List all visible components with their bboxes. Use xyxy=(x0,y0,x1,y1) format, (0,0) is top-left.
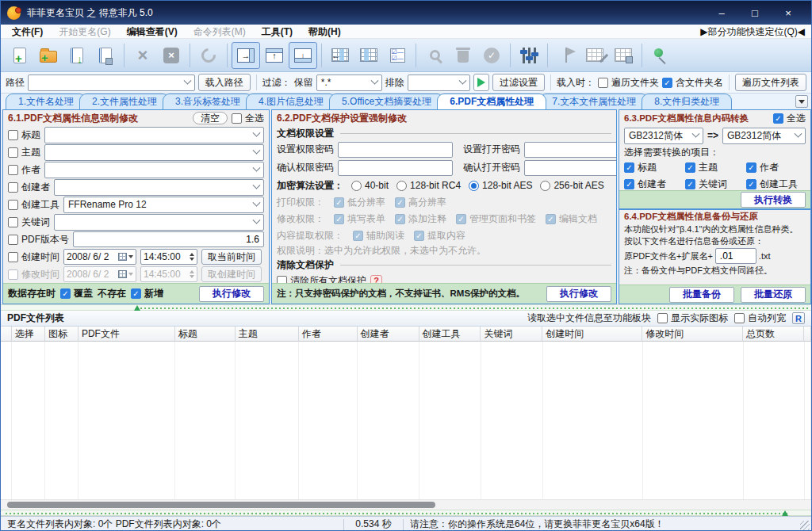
create-date-picker[interactable]: 2008/ 6/ 2 xyxy=(63,249,136,265)
toolbar-top-panel-toggle[interactable]: ↑ xyxy=(260,42,289,69)
toolbar-close-list-button[interactable]: × xyxy=(157,42,186,69)
producer-field-checkbox[interactable]: 创建工具 xyxy=(8,198,59,212)
show-real-icons-checkbox[interactable]: 显示实际图标 xyxy=(657,311,728,325)
toolbar-apply-button[interactable]: ✓ xyxy=(477,42,506,69)
creator-field-combobox[interactable] xyxy=(54,179,264,196)
clear-fields-button[interactable]: 清空 xyxy=(193,112,228,124)
select-all-checkbox-61[interactable]: 全选 xyxy=(232,112,264,125)
to-encoding-combobox[interactable]: GB2312简体 xyxy=(722,128,806,144)
producer-field-combobox[interactable]: FFRename Pro 12 xyxy=(63,197,264,213)
title-field-checkbox[interactable]: 标题 xyxy=(8,128,40,142)
batch-restore-button[interactable]: 批量还原 xyxy=(741,287,806,303)
path-combobox[interactable] xyxy=(28,74,195,91)
column-header-modify-time[interactable]: 修改时间 xyxy=(642,327,743,342)
toolbar-check-list-button[interactable] xyxy=(383,42,412,69)
toolbar-shift-column-left-button[interactable]: ← xyxy=(326,42,354,69)
toolbar-new-file-button[interactable]: + xyxy=(6,42,34,69)
subject-field-checkbox[interactable]: 主题 xyxy=(8,146,40,159)
include-folder-name-checkbox[interactable]: 含文件夹名 xyxy=(662,76,723,90)
column-header-total-pages[interactable]: 总页数 xyxy=(743,327,804,342)
column-header-creator[interactable]: 创建者 xyxy=(358,327,419,342)
toolbar-column-layout-button[interactable] xyxy=(354,42,383,69)
tab-file-classify[interactable]: 8.文件归类处理 xyxy=(642,94,732,109)
toolbar-delete-button[interactable]: × xyxy=(128,42,157,69)
confirm-perm-password-input[interactable] xyxy=(338,160,453,176)
column-header-icon[interactable]: 图标 xyxy=(45,327,79,342)
tab-file-attrs[interactable]: 2.文件属性处理 xyxy=(79,94,170,109)
pdf-version-checkbox[interactable]: PDF版本号 xyxy=(8,233,69,246)
column-header-producer[interactable]: 创建工具 xyxy=(419,327,481,342)
column-header-select[interactable]: 选择 xyxy=(12,327,45,342)
toolbar-bottom-panel-toggle[interactable]: ↓ xyxy=(289,42,317,69)
toolbar-right-panel-toggle[interactable]: → xyxy=(232,42,260,69)
author-field-checkbox[interactable]: 作者 xyxy=(8,163,40,177)
column-header-keywords[interactable]: 关键词 xyxy=(481,327,542,342)
close-button[interactable]: × xyxy=(772,2,805,24)
title-field-combobox[interactable] xyxy=(44,127,264,143)
load-path-button[interactable]: 载入路径 xyxy=(198,74,251,91)
minimize-button[interactable]: – xyxy=(705,2,738,24)
confirm-open-password-input[interactable] xyxy=(524,160,617,176)
horizontal-scrollbar[interactable] xyxy=(1,499,811,510)
batch-backup-button[interactable]: 批量备份 xyxy=(669,287,734,303)
radio-128bit-aes[interactable]: 128-bit AES xyxy=(469,180,532,191)
execute-modify-button-62[interactable]: 执行修改 xyxy=(546,286,611,302)
scrollbar-thumb[interactable] xyxy=(7,502,435,508)
exclude-combobox[interactable] xyxy=(408,74,470,91)
subject-field-combobox[interactable] xyxy=(44,144,264,161)
creator-field-checkbox[interactable]: 创建者 xyxy=(8,181,50,194)
toolbar-clean-button[interactable] xyxy=(449,42,477,69)
backup-suffix-input[interactable] xyxy=(715,248,756,264)
quick-locate-link[interactable]: ▶部分功能快速定位(Q)◀ xyxy=(700,25,805,39)
column-header-create-time[interactable]: 创建时间 xyxy=(542,327,642,342)
convert-title-checkbox[interactable]: 标题 xyxy=(624,161,681,174)
toolbar-save-list-button[interactable] xyxy=(91,42,120,69)
resize-grip[interactable] xyxy=(800,521,810,530)
toolbar-edit-table-button[interactable] xyxy=(580,42,609,69)
keywords-field-checkbox[interactable]: 关键词 xyxy=(8,216,50,229)
create-time-checkbox[interactable]: 创建时间 xyxy=(8,250,59,264)
select-all-checkbox-63[interactable]: 全选 xyxy=(773,112,806,125)
toolbar-add-folder-button[interactable]: + xyxy=(34,42,63,69)
column-header-author[interactable]: 作者 xyxy=(299,327,358,342)
radio-256bit-aes[interactable]: 256-bit AES xyxy=(540,180,603,191)
read-info-label[interactable]: 读取选中文件信息至功能板块 xyxy=(527,311,651,325)
menu-tools[interactable]: 工具(T) xyxy=(254,25,301,39)
tab-music-tags[interactable]: 3.音乐标签处理 xyxy=(163,94,253,109)
convert-creator-checkbox[interactable]: 创建者 xyxy=(624,178,681,191)
apply-filter-button[interactable] xyxy=(473,74,489,91)
pdf-version-input[interactable] xyxy=(73,231,264,247)
keywords-field-combobox[interactable] xyxy=(54,214,264,231)
file-table-body[interactable] xyxy=(1,342,811,499)
execute-modify-button-61[interactable]: 执行修改 xyxy=(199,286,264,302)
menu-edit-view[interactable]: 编辑查看(V) xyxy=(119,25,186,39)
tab-office-summary[interactable]: 5.Office文档摘要处理 xyxy=(329,94,444,109)
execute-convert-button[interactable]: 执行转换 xyxy=(741,192,806,208)
column-header-title[interactable]: 标题 xyxy=(175,327,236,342)
create-time-spinner[interactable]: 14:45:00 xyxy=(140,249,197,265)
toolbar-flag-button[interactable] xyxy=(552,42,580,69)
set-open-password-input[interactable] xyxy=(524,142,617,158)
radio-40bit[interactable]: 40-bit xyxy=(351,180,389,191)
from-encoding-combobox[interactable]: GB2312简体 xyxy=(624,128,703,144)
toolbar-save-table-button[interactable] xyxy=(609,42,638,69)
column-header-pdf-file[interactable]: PDF文件 xyxy=(79,327,175,342)
convert-author-checkbox[interactable]: 作者 xyxy=(746,161,779,174)
tab-image-info[interactable]: 4.图片信息处理 xyxy=(246,94,336,109)
radio-128bit-rc4[interactable]: 128-bit RC4 xyxy=(396,180,461,191)
maximize-button[interactable]: □ xyxy=(738,2,772,24)
traverse-file-list-button[interactable]: 遍历文件列表 xyxy=(735,74,806,91)
set-perm-password-input[interactable] xyxy=(338,142,453,158)
toolbar-refresh-button[interactable] xyxy=(194,42,223,69)
tab-text-attrs[interactable]: 7.文本文件属性处理 xyxy=(539,94,649,109)
tab-filename[interactable]: 1.文件名处理 xyxy=(6,94,86,109)
menu-help[interactable]: 帮助(H) xyxy=(301,25,349,39)
author-field-combobox[interactable] xyxy=(44,162,264,178)
toolbar-search-button[interactable] xyxy=(420,42,449,69)
filter-settings-button[interactable]: 过滤设置 xyxy=(492,74,545,91)
toolbar-import-list-button[interactable]: ↓ xyxy=(63,42,91,69)
reset-columns-button[interactable]: R xyxy=(792,312,805,324)
overwrite-checkbox[interactable]: 覆盖 xyxy=(60,287,93,300)
menu-file[interactable]: 文件(F) xyxy=(4,25,51,39)
tab-overflow-button[interactable] xyxy=(795,95,808,108)
